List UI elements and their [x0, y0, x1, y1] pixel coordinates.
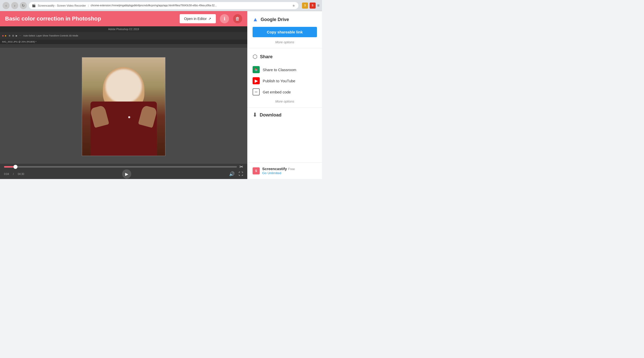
- ps-canvas-area: [0, 48, 247, 164]
- fullscreen-button[interactable]: ⛶: [239, 171, 243, 177]
- ps-canvas-label: IMG_3532.JPG @ 25% (RGB/8) *: [0, 39, 247, 44]
- video-panel: Basic color correction in Photoshop Open…: [0, 11, 247, 179]
- window-dots: ● ●: [2, 34, 7, 37]
- ps-tools: ⊕⊞▶⋯: [9, 34, 21, 37]
- google-drive-icon: ▲: [253, 16, 258, 23]
- get-embed-code-label: Get embed code: [263, 90, 291, 94]
- info-button[interactable]: ℹ: [220, 14, 229, 23]
- total-time: 04:30: [18, 173, 24, 175]
- get-embed-code-item[interactable]: <> Get embed code: [253, 86, 317, 97]
- play-button[interactable]: ▶: [122, 169, 131, 178]
- open-editor-label: Open in Editor: [184, 17, 207, 21]
- share-section: ⬡ Share 📚 Share to Classroom ▶ Publish t…: [248, 48, 322, 108]
- copy-shareable-link-button[interactable]: Copy shareable link: [253, 27, 317, 37]
- browser-menu-icon[interactable]: ≡: [317, 3, 319, 8]
- download-title: Download: [260, 112, 281, 118]
- delete-button[interactable]: 🗑: [233, 14, 242, 23]
- delete-icon: 🗑: [235, 16, 240, 22]
- youtube-icon: ▶: [253, 77, 260, 84]
- classroom-icon: 📚: [253, 66, 260, 73]
- share-to-classroom-item[interactable]: 📚 Share to Classroom: [253, 64, 317, 75]
- share-more-options: More options: [253, 100, 317, 103]
- person-image-bg: [82, 57, 165, 156]
- browser-chrome: ‹ › ↻ 🎬 Screencastify - Screen Video Rec…: [0, 0, 322, 11]
- share-more-options-link[interactable]: More options: [253, 100, 317, 103]
- publish-youtube-item[interactable]: ▶ Publish to YouTube: [253, 75, 317, 86]
- star-icon[interactable]: ★: [292, 4, 295, 8]
- ps-image: [82, 57, 165, 156]
- download-icon: ⬇: [253, 112, 257, 118]
- favicon: 🎬: [32, 4, 36, 7]
- screencastify-plan: Free: [288, 167, 295, 171]
- download-section: ⬇ Download: [248, 108, 322, 122]
- share-header: ⬡ Share: [253, 53, 317, 60]
- share-icon: ⬡: [253, 53, 257, 60]
- share-title: Share: [260, 54, 273, 59]
- info-icon: ℹ: [224, 16, 225, 22]
- open-editor-button[interactable]: Open in Editor ↗: [180, 14, 216, 23]
- ps-auto-select: Auto-Select: Layer Show Transform Contro…: [23, 34, 78, 37]
- tab-title: Screencastify - Screen Video Recorder: [38, 4, 86, 7]
- video-area: Adobe Photoshop CC 2019 ● ● ⊕⊞▶⋯ Auto-Se…: [0, 26, 247, 164]
- video-title: Basic color correction in Photoshop: [5, 15, 176, 22]
- ps-ruler: [0, 44, 247, 48]
- google-drive-title: Google Drive: [261, 17, 289, 22]
- white-substance: [105, 69, 142, 104]
- ps-title: Adobe Photoshop CC 2019: [108, 28, 139, 31]
- download-header[interactable]: ⬇ Download: [253, 112, 317, 118]
- screencastify-name: Screencastify: [262, 167, 287, 171]
- google-drive-header: ▲ Google Drive: [253, 16, 317, 23]
- ps-toolbar: ● ● ⊕⊞▶⋯ Auto-Select: Layer Show Transfo…: [0, 32, 247, 39]
- trim-button[interactable]: ✂: [239, 164, 243, 170]
- address-text: chrome-extension://mmeijimgabbpbgpdklnll…: [91, 4, 290, 7]
- photoshop-screenshot: Adobe Photoshop CC 2019 ● ● ⊕⊞▶⋯ Auto-Se…: [0, 26, 247, 164]
- controls-row: 0:04 / 04:30 ▶ 🔊 ⛶: [4, 169, 243, 178]
- progress-thumb[interactable]: [13, 165, 17, 169]
- ps-topbar: Adobe Photoshop CC 2019: [0, 26, 247, 32]
- address-bar[interactable]: 🎬 Screencastify - Screen Video Recorder …: [29, 2, 298, 9]
- time-separator: /: [13, 173, 14, 175]
- screencastify-logo: S: [253, 167, 260, 174]
- progress-bar-container[interactable]: ✂: [4, 164, 243, 169]
- publish-youtube-label: Publish to YouTube: [263, 79, 295, 83]
- google-drive-more-options-link[interactable]: More options: [253, 40, 317, 44]
- share-to-classroom-label: Share to Classroom: [263, 68, 296, 72]
- progress-track[interactable]: [4, 166, 237, 168]
- open-editor-icon: ↗: [208, 17, 211, 21]
- copy-link-label: Copy shareable link: [267, 30, 303, 34]
- back-button[interactable]: ‹: [3, 2, 10, 9]
- video-controls: ✂ 0:04 / 04:30 ▶ 🔊 ⛶: [0, 164, 247, 179]
- forward-button[interactable]: ›: [11, 2, 18, 9]
- video-header: Basic color correction in Photoshop Open…: [0, 11, 247, 26]
- screencastify-info: Screencastify Free Go Unlimited: [262, 167, 295, 175]
- extension-icon-2[interactable]: S: [310, 3, 316, 9]
- go-unlimited-link[interactable]: Go Unlimited: [262, 171, 295, 175]
- main-layout: Basic color correction in Photoshop Open…: [0, 11, 322, 179]
- extension-icon-1[interactable]: 3: [302, 3, 308, 9]
- screencastify-footer: S Screencastify Free Go Unlimited: [248, 162, 322, 179]
- current-time: 0:04: [4, 173, 9, 175]
- volume-button[interactable]: 🔊: [229, 171, 235, 177]
- right-sidebar: ▲ Google Drive Copy shareable link More …: [247, 11, 322, 179]
- address-separator: |: [88, 4, 89, 7]
- browser-actions: 3 S ≡: [302, 3, 319, 9]
- google-drive-section: ▲ Google Drive Copy shareable link More …: [248, 11, 322, 48]
- reload-button[interactable]: ↻: [20, 2, 27, 9]
- embed-icon: <>: [253, 88, 260, 95]
- browser-controls: ‹ › ↻: [3, 2, 27, 9]
